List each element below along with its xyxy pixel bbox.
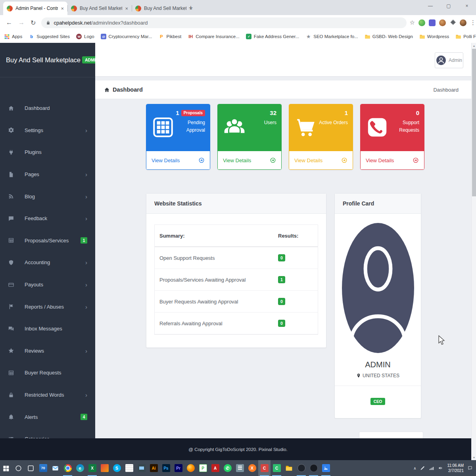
card-footer-link[interactable]: View Details bbox=[218, 151, 281, 169]
bookmark-gsbd-web-design[interactable]: GSBD- Web Design bbox=[365, 34, 413, 40]
bookmark-apps[interactable]: Apps bbox=[4, 34, 22, 40]
taskbar-app-my-computer-icon[interactable] bbox=[135, 460, 148, 476]
tab-close-icon[interactable]: × bbox=[125, 6, 128, 12]
clock[interactable]: 11:06 AM 2/7/2021 bbox=[447, 463, 464, 473]
taskbar-app-pickit-icon[interactable]: P bbox=[197, 460, 209, 476]
card-footer-link[interactable]: View Details bbox=[289, 151, 353, 169]
taskbar-app-weather-icon[interactable]: 70 bbox=[37, 460, 49, 476]
forward-icon[interactable]: → bbox=[18, 19, 25, 26]
sidebar-item-pages[interactable]: Pages› bbox=[0, 163, 95, 186]
taskbar-app-premiere-icon[interactable]: Pr bbox=[172, 460, 184, 476]
scrollbar-thumb[interactable] bbox=[472, 49, 476, 196]
sidebar-item-reviews[interactable]: Reviews› bbox=[0, 340, 95, 362]
window-maximize-button[interactable]: ▢ bbox=[440, 0, 458, 12]
taskbar-app-cortana-icon[interactable] bbox=[12, 460, 25, 476]
taskbar-app-paint-3d-icon[interactable] bbox=[98, 460, 111, 476]
taskbar-app-task-view-icon[interactable] bbox=[25, 460, 37, 476]
bookmark-wordpress[interactable]: Wordpress bbox=[419, 34, 449, 40]
idm-extension-icon[interactable] bbox=[418, 19, 425, 26]
purple-extension-icon[interactable] bbox=[429, 19, 436, 26]
tab-close-icon[interactable]: × bbox=[61, 6, 64, 12]
sidebar-item-plugins[interactable]: Plugins bbox=[0, 141, 95, 163]
taskbar-app-calculator-icon[interactable] bbox=[234, 460, 246, 476]
profile-divider bbox=[335, 386, 421, 386]
new-tab-button[interactable]: + bbox=[186, 3, 196, 13]
taskbar-app-obs-dark-1-icon[interactable] bbox=[295, 460, 307, 476]
sidebar-item-proposals-services[interactable]: Proposals/Services1 bbox=[0, 230, 95, 252]
bookmark-logo[interactable]: WLogo bbox=[76, 34, 94, 40]
taskbar-app-camtasia-icon[interactable]: C bbox=[258, 460, 271, 476]
bookmark-polli-fresh[interactable]: Polli Fresh bbox=[455, 34, 476, 40]
admin-user-button[interactable]: Admin bbox=[435, 52, 463, 68]
sidebar-item-alerts[interactable]: Alerts4 bbox=[0, 406, 95, 428]
taskbar-app-chrome-icon[interactable] bbox=[61, 460, 74, 476]
bookmark-fake-address-gener[interactable]: ✓Fake Address Gener... bbox=[246, 34, 299, 40]
sidebar-item-restricted-words[interactable]: Restricted Words› bbox=[0, 384, 95, 406]
browser-tab[interactable]: Buy And Sell Marketplace - Logi× bbox=[67, 2, 132, 15]
bookmark-cryptocurrency-mar[interactable]: @Cryptocurrency Mar... bbox=[101, 34, 152, 40]
taskbar-app-illustrator-icon[interactable]: Ai bbox=[148, 460, 160, 476]
taskbar-app-notepad-icon[interactable] bbox=[123, 460, 135, 476]
taskbar-app-obs-dark-2-icon[interactable] bbox=[307, 460, 320, 476]
taskbar-app-edge-icon[interactable]: e bbox=[74, 460, 86, 476]
sidebar-item-label: Proposals/Services bbox=[25, 238, 81, 244]
taskbar-app-firefox-icon[interactable] bbox=[184, 460, 197, 476]
browser-menu-icon[interactable]: ⋮ bbox=[470, 19, 476, 26]
sidebar-item-label: Buyer Requests bbox=[25, 370, 87, 376]
pen-icon[interactable] bbox=[420, 465, 425, 471]
card-footer-link[interactable]: View Details bbox=[146, 151, 210, 169]
view-details-label: View Details bbox=[152, 157, 180, 163]
profile-avatar[interactable] bbox=[460, 19, 466, 26]
brand[interactable]: Buy And Sell Marketplace ADMIN bbox=[0, 43, 95, 77]
notification-center-icon[interactable] bbox=[467, 465, 473, 471]
window-minimize-button[interactable]: — bbox=[421, 0, 440, 12]
tray-chevron-icon[interactable]: ∧ bbox=[413, 466, 416, 470]
sidebar-item-dashboard[interactable]: Dashboard bbox=[0, 97, 95, 119]
window-close-button[interactable]: × bbox=[458, 0, 476, 12]
taskbar-app-skype-icon[interactable]: S bbox=[111, 460, 123, 476]
taskbar-app-photos-icon[interactable] bbox=[320, 460, 332, 476]
sidebar-item-settings[interactable]: Settings› bbox=[0, 119, 95, 142]
card-footer-link[interactable]: View Details bbox=[361, 151, 424, 169]
taskbar-app-excel-icon[interactable]: X bbox=[86, 460, 98, 476]
network-icon[interactable] bbox=[429, 465, 434, 471]
profile-location: UNITED STATES bbox=[356, 373, 399, 378]
taskbar-app-acrobat-icon[interactable]: A bbox=[209, 460, 221, 476]
taskbar-app-file-explorer-icon[interactable] bbox=[283, 460, 295, 476]
scroll-up-arrow-icon[interactable]: ▲ bbox=[472, 43, 476, 48]
bookmark-suggested-sites[interactable]: bSuggested Sites bbox=[29, 34, 70, 40]
brown-extension-icon[interactable] bbox=[439, 19, 446, 26]
bookmark-label: Suggested Sites bbox=[36, 34, 70, 39]
taskbar-app-whatsapp-icon[interactable]: ✆ bbox=[221, 460, 234, 476]
file-icon bbox=[8, 171, 14, 178]
address-bar[interactable]: cpahelpdesk.net/admin/index?dashboard bbox=[41, 17, 406, 28]
scroll-down-arrow-icon[interactable]: ▼ bbox=[472, 455, 476, 460]
sidebar-item-categories[interactable]: Categories› bbox=[0, 428, 95, 438]
reload-icon[interactable]: ↻ bbox=[31, 19, 36, 27]
sidebar-item-label: Restricted Words bbox=[25, 392, 85, 398]
taskbar-app-photoshop-icon[interactable]: Ps bbox=[160, 460, 172, 476]
taskbar-app-mail-icon[interactable] bbox=[49, 460, 61, 476]
sidebar-item-feedback[interactable]: Feedback› bbox=[0, 207, 95, 230]
bookmark-compare-insurance[interactable]: IHCompare Insurance... bbox=[188, 34, 240, 40]
sidebar-item-inbox-messages[interactable]: Inbox Messages bbox=[0, 318, 95, 340]
bookmark-pikbest[interactable]: PPikbest bbox=[159, 34, 182, 40]
sidebar-item-label: Plugins bbox=[25, 149, 87, 155]
card-value: 1 bbox=[345, 109, 348, 116]
taskbar-app-xampp-icon[interactable]: X bbox=[246, 460, 258, 476]
sidebar-item-blog[interactable]: Blog› bbox=[0, 185, 95, 207]
taskbar-app-camtasia-green-icon[interactable]: C bbox=[271, 460, 283, 476]
bookmark-seo-marketplace-fo[interactable]: ★SEO Marketplace fo... bbox=[305, 34, 358, 40]
sidebar-item-payouts[interactable]: Payouts› bbox=[0, 274, 95, 296]
page-scrollbar[interactable]: ▲ ▼ bbox=[471, 43, 476, 460]
sidebar-item-accounting[interactable]: Accounting› bbox=[0, 251, 95, 274]
extensions-puzzle-icon[interactable] bbox=[449, 19, 456, 27]
tab-strip: Admin Panel - Control Your Enti×Buy And … bbox=[0, 0, 476, 15]
speaker-icon[interactable] bbox=[438, 465, 443, 471]
taskbar-app-start-icon[interactable] bbox=[0, 460, 12, 476]
bookmark-star-icon[interactable]: ☆ bbox=[410, 19, 415, 26]
sidebar-item-buyer-requests[interactable]: Buyer Requests bbox=[0, 362, 95, 384]
sidebar-item-reports-abuses[interactable]: Reports / Abuses› bbox=[0, 296, 95, 318]
browser-tab[interactable]: Admin Panel - Control Your Enti× bbox=[3, 2, 67, 15]
back-icon[interactable]: ← bbox=[6, 19, 12, 26]
